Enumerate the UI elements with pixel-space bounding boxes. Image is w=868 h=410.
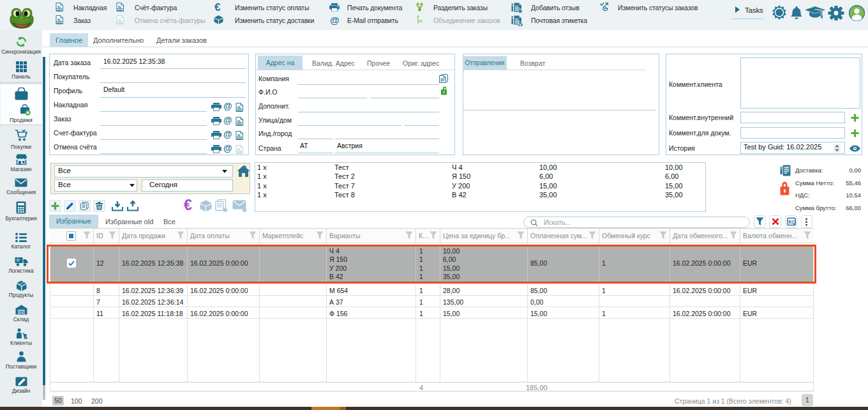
svg-text:123: 123	[237, 151, 241, 153]
svg-text:123: 123	[237, 109, 241, 111]
svg-text:123: 123	[57, 21, 61, 24]
svg-text:123: 123	[237, 123, 241, 125]
svg-text:123: 123	[57, 8, 61, 11]
svg-text:123: 123	[237, 137, 241, 139]
svg-text:123: 123	[118, 21, 122, 24]
svg-text:EQ: EQ	[788, 219, 795, 225]
svg-text:123: 123	[118, 8, 122, 11]
